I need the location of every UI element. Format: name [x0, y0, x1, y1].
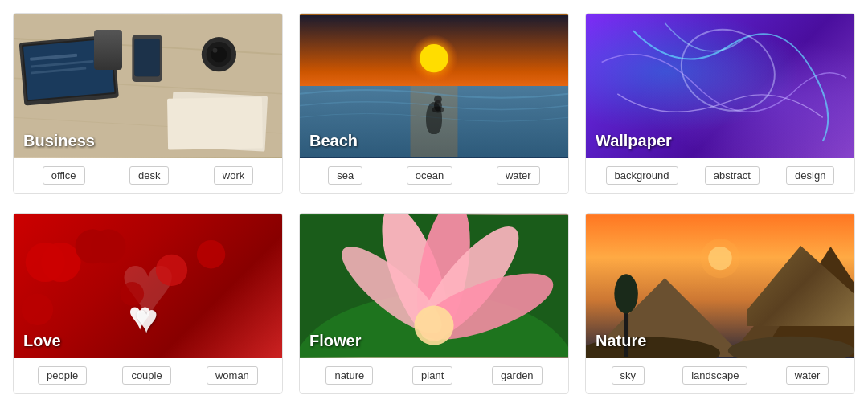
card-flower[interactable]: Flowernatureplantgarden: [299, 213, 569, 394]
card-tags-love: peoplecouplewoman: [14, 358, 282, 393]
tag-garden[interactable]: garden: [492, 366, 542, 385]
card-wallpaper[interactable]: Wallpaperbackgroundabstractdesign: [585, 13, 855, 194]
card-label-flower: Flower: [309, 332, 361, 350]
card-label-beach: Beach: [309, 132, 358, 150]
svg-point-33: [197, 240, 225, 268]
tag-design[interactable]: design: [786, 166, 834, 185]
tag-water[interactable]: water: [786, 366, 829, 385]
svg-point-29: [26, 243, 65, 282]
card-label-business: Business: [23, 132, 95, 150]
card-image-love: ♥ Love: [14, 214, 282, 358]
tag-office[interactable]: office: [43, 166, 85, 185]
tag-sea[interactable]: sea: [328, 166, 362, 185]
card-label-love: Love: [23, 332, 61, 350]
tag-plant[interactable]: plant: [412, 366, 452, 385]
card-image-business: Business: [14, 14, 282, 158]
card-image-nature: Nature: [586, 214, 854, 358]
svg-rect-12: [134, 39, 159, 76]
card-label-wallpaper: Wallpaper: [596, 132, 672, 150]
card-image-wallpaper: Wallpaper: [586, 14, 854, 158]
card-tags-flower: natureplantgarden: [300, 358, 568, 393]
category-grid: Businessofficedeskwork: [13, 13, 855, 394]
card-tags-business: officedeskwork: [14, 158, 282, 193]
svg-rect-23: [411, 86, 458, 157]
tag-nature[interactable]: nature: [326, 366, 373, 385]
svg-point-32: [156, 255, 187, 286]
card-business[interactable]: Businessofficedeskwork: [13, 13, 283, 194]
tag-sky[interactable]: sky: [612, 366, 645, 385]
svg-point-53: [614, 274, 637, 313]
tag-work[interactable]: work: [214, 166, 253, 185]
tag-people[interactable]: people: [38, 366, 87, 385]
svg-point-44: [414, 306, 453, 345]
card-beach[interactable]: Beachseaoceanwater: [299, 13, 569, 194]
card-tags-wallpaper: backgroundabstractdesign: [586, 158, 854, 193]
card-love[interactable]: ♥ Lovepeoplecouplewoman: [13, 213, 283, 394]
svg-point-22: [420, 44, 448, 72]
svg-point-26: [434, 96, 442, 104]
tag-background[interactable]: background: [606, 166, 678, 185]
svg-rect-18: [167, 97, 263, 150]
card-image-flower: Flower: [300, 214, 568, 358]
card-nature[interactable]: Natureskylandscapewater: [585, 213, 855, 394]
svg-point-16: [213, 48, 218, 53]
svg-point-34: [22, 294, 53, 325]
card-image-beach: Beach: [300, 14, 568, 158]
tag-abstract[interactable]: abstract: [705, 166, 760, 185]
tag-desk[interactable]: desk: [129, 166, 169, 185]
card-tags-nature: skylandscapewater: [586, 358, 854, 393]
svg-text:♥: ♥: [129, 294, 152, 337]
tag-ocean[interactable]: ocean: [407, 166, 452, 185]
svg-point-31: [76, 229, 110, 263]
card-tags-beach: seaoceanwater: [300, 158, 568, 193]
svg-point-55: [700, 239, 739, 278]
tag-water[interactable]: water: [497, 166, 540, 185]
tag-landscape[interactable]: landscape: [682, 366, 747, 385]
tag-woman[interactable]: woman: [207, 366, 258, 385]
svg-point-24: [432, 107, 444, 113]
tag-couple[interactable]: couple: [122, 366, 170, 385]
card-label-nature: Nature: [596, 332, 646, 350]
